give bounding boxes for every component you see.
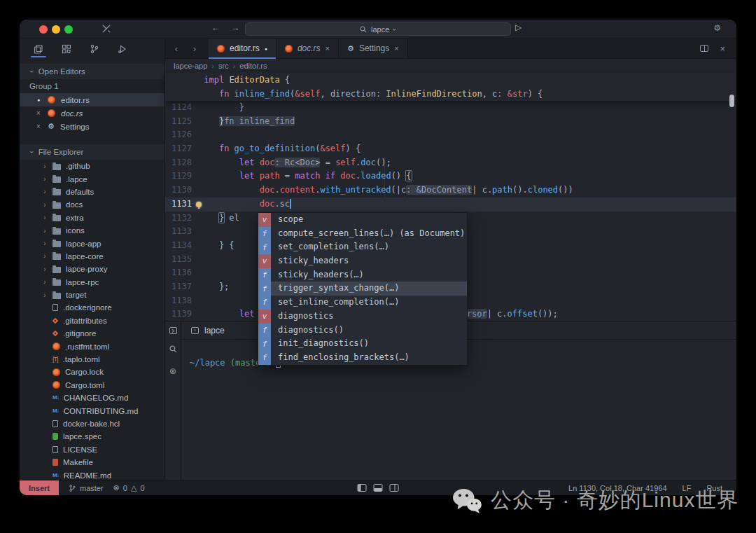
global-search-box[interactable]: lapce › [245,22,511,36]
file-row[interactable]: Makefile [20,456,164,469]
code-token [199,171,239,181]
file-row[interactable]: .gitignore [20,327,164,340]
problems-indicator[interactable]: ⊗ 0 △ 0 [113,483,145,492]
file-row[interactable]: lapce.spec [20,430,164,443]
code-line[interactable]: 1127 fn go_to_definition(&self) { [165,142,736,156]
file-row[interactable]: M↓README.md [20,469,164,480]
activity-source-control-button[interactable] [88,41,101,57]
nav-back-button[interactable]: ← [209,22,223,33]
close-editor-button[interactable]: × [720,43,725,54]
open-editor-item[interactable]: ×doc.rs [20,106,164,120]
code-line[interactable]: 1129 let path = match if doc.loaded() { [165,169,736,184]
completion-item[interactable]: fsticky_headers(…) [258,268,467,282]
file-row[interactable]: M↓CONTRIBUTING.md [20,404,164,417]
close-icon[interactable]: × [35,109,42,117]
folder-row[interactable]: ›lapce-rpc [20,276,164,289]
code-line[interactable]: 1128 let doc: Rc<Doc> = self.doc(); [165,156,736,170]
code-line[interactable]: 1130 doc.content.with_untracked(|c: &Doc… [165,184,736,198]
lightbulb-icon[interactable] [196,202,202,207]
toggle-bottom-panel-button[interactable] [374,484,383,492]
completion-item[interactable]: fdiagnostics() [258,324,467,338]
file-row[interactable]: [T].taplo.toml [20,353,164,366]
panel-terminal-button[interactable]: › [169,327,177,334]
completion-item[interactable]: ffind_enclosing_brackets(…) [258,351,467,365]
code-token: = [280,171,295,181]
folder-row[interactable]: ›icons [20,224,164,237]
traffic-light-maximize-button[interactable] [64,25,73,34]
panel-search-button[interactable] [169,345,177,355]
activity-debug-button[interactable] [116,41,129,57]
file-row[interactable]: Cargo.toml [20,379,164,392]
traffic-light-close-button[interactable] [39,25,48,34]
completion-item[interactable]: finit_diagnostics() [258,337,467,351]
branch-indicator[interactable]: master [69,484,104,492]
traffic-light-minimize-button[interactable] [52,25,60,34]
file-row[interactable]: Cargo.lock [20,366,164,378]
completion-item[interactable]: vscope [258,213,467,227]
breadcrumb-item[interactable]: src [218,62,229,70]
folder-row[interactable]: ›lapce-core [20,250,164,263]
folder-row[interactable]: ›target [20,289,164,301]
tab-history-forward-button[interactable]: › [188,39,202,58]
completion-item[interactable]: fcompute_screen_lines(…) (as Document) [258,227,467,241]
split-editor-button[interactable] [700,45,708,52]
scrollbar-thumb[interactable] [729,95,734,107]
file-row[interactable]: .gitattributes [20,314,164,327]
chevron-right-icon: › [42,265,48,273]
close-icon[interactable]: × [326,44,330,53]
folder-row[interactable]: ›defaults [20,186,164,198]
panel-problems-button[interactable]: ⊗ [169,366,176,376]
file-row[interactable]: LICENSE [20,443,164,456]
tab-doc-rs[interactable]: doc.rs× [276,39,339,58]
folder-row[interactable]: ›lapce-app [20,237,164,249]
file-row[interactable]: M↓CHANGELOG.md [20,392,164,404]
file-row[interactable]: .dockerignore [20,301,164,314]
breadcrumb-item[interactable]: editor.rs [239,62,267,70]
code-line[interactable]: 1126 [165,128,736,142]
toggle-right-panel-button[interactable] [390,484,399,492]
terminal-icon: › [191,327,199,334]
folder-icon [52,293,61,299]
run-button[interactable]: ▷ [515,22,522,32]
close-icon[interactable]: × [394,44,398,53]
code-token [199,158,239,167]
completion-item[interactable]: vdiagnostics [258,310,467,324]
folder-row[interactable]: ›extra [20,212,164,224]
code-token: EditorData [229,75,279,85]
code-token: = [320,158,335,167]
tab-history-back-button[interactable]: ‹ [169,39,183,58]
open-editor-item[interactable]: ●editor.rs [20,93,164,106]
file-row[interactable]: docker-bake.hcl [20,417,164,430]
folder-label: target [66,291,86,299]
breadcrumb-item[interactable]: lapce-app [174,62,207,70]
mode-badge[interactable]: Insert [20,480,59,496]
file-row[interactable]: .rustfmt.toml [20,340,164,352]
tab-editor-rs[interactable]: editor.rs● [209,39,276,58]
folder-row[interactable]: ›.lapce [20,172,164,185]
folder-row[interactable]: ›lapce-proxy [20,263,164,275]
close-icon[interactable]: × [35,123,42,130]
code-token: (); [376,158,391,167]
settings-gear-button[interactable]: ⚙ [713,23,721,33]
tab-Settings[interactable]: ⚙Settings× [339,39,408,58]
folder-row[interactable]: ›docs [20,198,164,211]
code-line[interactable]: 1125 }fn inline_find [165,115,736,129]
code-line[interactable]: 1124 } [165,101,736,115]
section-open-editors[interactable]: › Open Editors [20,64,164,79]
completion-item[interactable]: fset_inline_completion(…) [258,296,467,310]
section-file-explorer[interactable]: › File Explorer [20,144,164,160]
activity-files-button[interactable] [32,41,45,57]
watermark: 公众号 · 奇妙的Linux世界 [451,486,738,515]
completion-item[interactable]: ftrigger_syntax_change(…) [258,282,467,296]
activity-extensions-button[interactable] [60,41,73,57]
completion-item[interactable]: fset_completion_lens(…) [258,240,467,254]
code-token: rsor [467,309,487,319]
nav-forward-button[interactable]: → [228,22,242,33]
toggle-left-panel-button[interactable] [358,484,367,492]
completion-item[interactable]: vsticky_headers [258,254,467,268]
code-token [320,171,325,181]
code-line[interactable]: 1131 doc.sc [165,198,736,212]
folder-row[interactable]: ›.github [20,160,164,172]
open-editor-item[interactable]: ×⚙Settings [20,120,164,133]
code-token: with_untracked [320,185,391,195]
